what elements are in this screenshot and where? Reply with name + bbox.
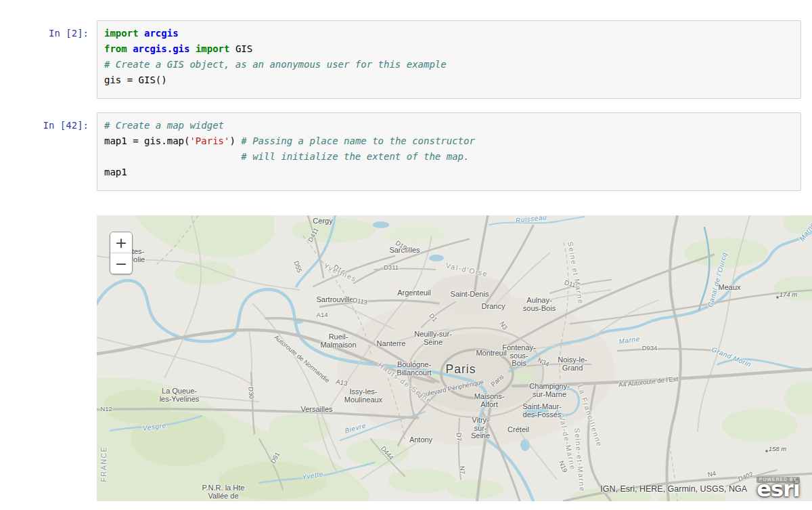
map-attribution: IGN, Esri, HERE, Garmin, USGS, NGA <box>600 484 747 494</box>
esri-logo: POWERED BY esri <box>750 472 807 500</box>
map-tiles <box>97 215 812 501</box>
zoom-in-button[interactable]: + <box>110 232 132 253</box>
zoom-out-button[interactable]: − <box>110 253 132 274</box>
input-prompt-2: In [42]: <box>0 120 89 131</box>
powered-by-label: POWERED BY <box>757 477 800 483</box>
map-zoom-control: + − <box>110 232 133 274</box>
code-editor-1[interactable]: import arcgis from arcgis.gis import GIS… <box>104 26 794 88</box>
code-cell-1[interactable]: import arcgis from arcgis.gis import GIS… <box>97 20 801 99</box>
map-widget[interactable]: Cergyantes- a-JolieSarcellesSartrouville… <box>97 215 812 501</box>
minus-icon: − <box>115 255 127 272</box>
code-editor-2[interactable]: # Create a map widget map1 = gis.map('Pa… <box>104 118 794 180</box>
code-cell-2[interactable]: # Create a map widget map1 = gis.map('Pa… <box>97 112 801 191</box>
plus-icon: + <box>115 234 127 251</box>
input-prompt-1: In [2]: <box>0 28 89 39</box>
